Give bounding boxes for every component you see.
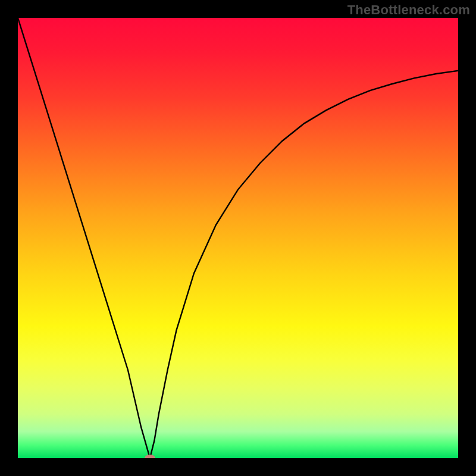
- curve-svg: [18, 18, 458, 458]
- minimum-point-marker: [145, 455, 155, 458]
- chart-frame: TheBottleneck.com: [0, 0, 476, 476]
- plot-area: [18, 18, 458, 458]
- bottleneck-curve: [18, 18, 458, 458]
- watermark-text: TheBottleneck.com: [347, 2, 470, 18]
